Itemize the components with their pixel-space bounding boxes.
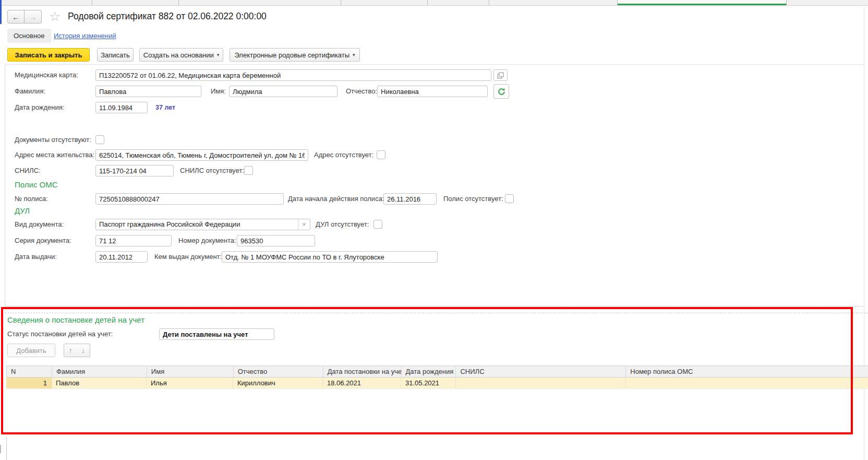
column-header-lastname[interactable]: Фамилия (52, 366, 147, 377)
dropdown-caret-icon: ▾ (353, 52, 355, 57)
table-row[interactable]: 1 Павлов Илья Кириллович 18.06.2021 31.0… (6, 378, 868, 389)
docs-missing-label: Документы отсутствуют: (15, 134, 91, 146)
app-tab[interactable] (428, 0, 489, 5)
refresh-icon (497, 87, 506, 96)
policy-start-date-label: Дата начала действия полиса: (288, 193, 384, 205)
issued-by-input[interactable] (222, 251, 438, 263)
dropdown-caret-icon: ▾ (217, 52, 220, 57)
favorite-star-icon[interactable]: ☆ (49, 9, 61, 23)
column-header-birth-date[interactable]: Дата рождения (402, 366, 456, 377)
doc-series-input[interactable] (95, 235, 172, 246)
forward-button[interactable]: → (25, 10, 42, 23)
first-name-input[interactable] (229, 86, 337, 97)
cell-snils[interactable] (456, 378, 626, 388)
policy-number-label: № полиса: (15, 193, 48, 205)
move-down-button[interactable]: ↓ (77, 344, 90, 357)
issued-by-label: Кем выдан документ: (154, 251, 222, 263)
issue-date-input[interactable] (95, 251, 148, 263)
doc-type-input[interactable]: Паспорт гражданина Российской Федерации … (95, 219, 310, 230)
save-and-close-button[interactable]: Записать и закрыть (7, 48, 90, 62)
doc-number-input[interactable] (237, 235, 315, 246)
address-missing-checkbox[interactable] (377, 150, 385, 159)
policy-missing-label: Полис отсутствует: (443, 193, 503, 205)
cell-lastname[interactable]: Павлов (52, 378, 147, 388)
snils-input[interactable] (95, 165, 174, 176)
move-up-button[interactable]: ↑ (64, 344, 77, 357)
medical-card-open-button[interactable] (493, 69, 508, 81)
middle-name-input[interactable] (377, 86, 488, 97)
policy-start-date-input[interactable] (383, 193, 437, 205)
column-header-snils[interactable]: СНИЛС (456, 366, 626, 377)
cell-registration-date[interactable]: 18.06.2021 (323, 378, 401, 388)
first-name-label: Имя: (211, 86, 226, 97)
window-edge-accent (0, 0, 2, 24)
back-arrow-icon: ← (12, 13, 20, 21)
app-tab[interactable] (787, 0, 868, 5)
age-text: 37 лет (155, 102, 175, 113)
column-header-oms-policy[interactable]: Номер полиса ОМС (626, 366, 868, 377)
doc-series-label: Серия документа: (15, 235, 71, 246)
app-tab[interactable] (179, 0, 341, 5)
children-status-input[interactable] (159, 328, 274, 340)
medical-card-input[interactable] (95, 69, 491, 81)
address-missing-label: Адрес отсутствует: (314, 149, 373, 161)
page-title: Родовой сертификат 882 от 02.06.2022 0:0… (68, 9, 267, 23)
clear-icon[interactable]: × (298, 219, 310, 230)
oms-section-header: Полис ОМС (15, 180, 58, 189)
snils-missing-label: СНИЛС отсутствует: (180, 165, 244, 176)
birth-date-label: Дата рождения: (15, 102, 64, 113)
issue-date-label: Дата выдачи: (15, 251, 57, 263)
arrow-down-icon: ↓ (81, 346, 85, 355)
medical-card-label: Медицинская карта: (15, 69, 78, 81)
cell-birth-date[interactable]: 31.05.2021 (401, 378, 456, 388)
refresh-button[interactable] (493, 84, 509, 99)
history-nav: ← → (7, 10, 42, 23)
policy-missing-checkbox[interactable] (505, 194, 514, 203)
snils-label: СНИЛС: (15, 165, 41, 176)
policy-number-input[interactable] (95, 193, 284, 205)
cell-firstname[interactable]: Илья (147, 378, 233, 388)
column-header-registration-date[interactable]: Дата постановки на учет (323, 366, 402, 377)
back-button[interactable]: ← (7, 10, 25, 23)
dul-missing-checkbox[interactable] (373, 220, 382, 229)
children-status-label: Статус постановки детей на учет: (7, 328, 113, 340)
snils-missing-checkbox[interactable] (244, 166, 253, 175)
birth-date-input[interactable] (95, 102, 148, 113)
app-tab-active[interactable] (618, 0, 787, 5)
cell-oms-policy[interactable] (626, 378, 868, 388)
app-tab[interactable] (489, 0, 618, 5)
column-header-n[interactable]: N (7, 366, 52, 377)
separator-dashed (5, 313, 868, 313)
dul-missing-label: ДУЛ отсутствует: (316, 219, 369, 230)
bottom-left-border (6, 437, 7, 460)
cell-n[interactable]: 1 (6, 378, 52, 388)
tab-main[interactable]: Основное (7, 29, 51, 43)
last-name-label: Фамилия: (15, 86, 45, 97)
app-tab[interactable] (341, 0, 428, 5)
open-form-icon (497, 72, 504, 79)
create-based-on-button[interactable]: Создать на основании▾ (139, 48, 223, 62)
column-header-middlename[interactable]: Отчество (234, 366, 323, 377)
column-header-firstname[interactable]: Имя (147, 366, 234, 377)
last-name-input[interactable] (95, 86, 201, 97)
add-button[interactable]: Добавить (7, 344, 55, 357)
panel-left-border (5, 64, 5, 306)
docs-missing-checkbox[interactable] (95, 135, 104, 144)
app-window: ← → ☆ Родовой сертификат 882 от 02.06.20… (0, 0, 868, 460)
doc-number-label: Номер документа: (178, 235, 236, 246)
app-tab[interactable] (0, 0, 92, 5)
panel-top-border (5, 64, 863, 65)
cell-middlename[interactable]: Кириллович (233, 378, 323, 388)
tab-change-history[interactable]: История изменений (54, 29, 116, 43)
address-label: Адрес места жительства: (15, 149, 94, 161)
app-tab[interactable] (92, 0, 179, 5)
children-table-header: N Фамилия Имя Отчество Дата постановки н… (6, 365, 868, 378)
app-tab-strip (0, 0, 868, 6)
forward-arrow-icon: → (29, 13, 37, 21)
address-input[interactable] (95, 149, 308, 161)
panel-bottom-border (5, 306, 863, 306)
dul-section-header: ДУЛ (15, 206, 30, 215)
electronic-certificates-button[interactable]: Электронные родовые сертификаты▾ (230, 48, 360, 62)
children-section-header: Сведения о постановке детей на учет (7, 315, 144, 324)
save-button[interactable]: Записать (97, 48, 134, 62)
